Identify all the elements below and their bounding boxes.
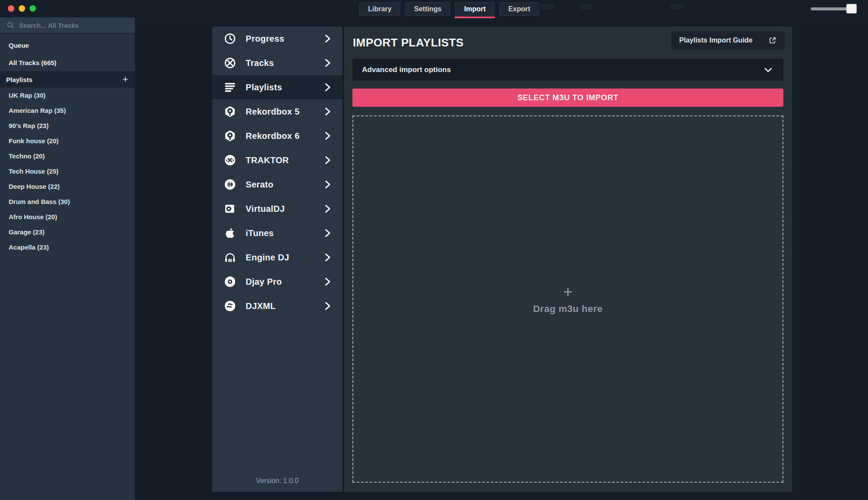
virtualdj-icon <box>223 201 237 216</box>
chevron-right-icon <box>322 227 333 239</box>
progress-icon <box>223 31 237 46</box>
playlists-import-guide-button[interactable]: Playlists Import Guide <box>671 31 785 49</box>
itunes-icon <box>223 226 237 240</box>
tracks-icon <box>223 56 237 70</box>
playlist-item[interactable]: Afro House (20) <box>0 209 135 224</box>
m3u-dropzone[interactable]: + Drag m3u here <box>352 115 783 483</box>
menu-item-label: Progress <box>246 34 284 44</box>
main-tabs: LibrarySettingsImportExport <box>359 2 539 16</box>
zoom-slider[interactable] <box>811 7 857 10</box>
topbar-placeholder <box>537 4 554 10</box>
chevron-right-icon <box>322 155 333 166</box>
chevron-right-icon <box>322 106 333 117</box>
menu-item-djay-pro[interactable]: Djay Pro <box>212 270 342 294</box>
playlist-item[interactable]: UK Rap (30) <box>0 88 135 103</box>
menu-item-rekordbox-6[interactable]: Rekordbox 6 <box>212 124 342 148</box>
menu-item-rekordbox-5[interactable]: Rekordbox 5 <box>212 99 342 124</box>
search-icon <box>6 21 15 30</box>
playlist-item[interactable]: 90's Rap (23) <box>0 118 135 133</box>
title-bar: LibrarySettingsImportExport <box>0 0 868 17</box>
tab-export[interactable]: Export <box>500 2 539 16</box>
tab-import[interactable]: Import <box>455 2 494 16</box>
chevron-right-icon <box>322 276 333 287</box>
chevron-right-icon <box>322 300 333 312</box>
plus-icon: + <box>563 283 572 300</box>
playlist-item[interactable]: Acapella (23) <box>0 240 135 255</box>
chevron-right-icon <box>322 130 333 141</box>
menu-item-engine-dj[interactable]: Engine DJ <box>212 245 342 270</box>
menu-item-virtualdj[interactable]: VirtualDJ <box>212 197 342 221</box>
serato-icon <box>223 177 237 192</box>
menu-item-label: VirtualDJ <box>246 204 285 214</box>
import-playlists-panel: IMPORT PLAYLISTS Playlists Import Guide … <box>344 26 792 492</box>
djxml-icon <box>223 299 237 313</box>
playlist-item[interactable]: Drum and Bass (30) <box>0 194 135 209</box>
maximize-icon[interactable] <box>30 5 36 12</box>
menu-item-playlists[interactable]: Playlists <box>212 75 342 99</box>
chevron-right-icon <box>322 179 333 190</box>
window-controls <box>8 5 36 12</box>
advanced-options-label: Advanced import options <box>362 66 451 74</box>
playlist-item[interactable]: American Rap (35) <box>0 103 135 118</box>
topbar-placeholder <box>580 4 592 10</box>
menu-item-serato[interactable]: Serato <box>212 172 342 197</box>
library-sidebar: Search... All Tracks QueueAll Tracks (66… <box>0 17 136 500</box>
minimize-icon[interactable] <box>19 5 25 12</box>
page-title: IMPORT PLAYLISTS <box>353 36 464 49</box>
menu-item-label: TRAKTOR <box>246 155 289 165</box>
advanced-import-options-toggle[interactable]: Advanced import options <box>352 59 783 81</box>
zoom-slider-thumb[interactable] <box>846 4 857 13</box>
menu-item-label: Playlists <box>246 82 282 92</box>
enginedj-icon <box>223 250 237 265</box>
tab-settings[interactable]: Settings <box>405 2 450 16</box>
menu-item-djxml[interactable]: DJXML <box>212 294 342 318</box>
chevron-right-icon <box>322 33 333 44</box>
traktor-icon <box>223 153 237 168</box>
playlists-icon <box>223 80 237 95</box>
playlist-item[interactable]: Techno (20) <box>0 148 135 164</box>
djaypro-icon <box>223 274 237 289</box>
menu-item-progress[interactable]: Progress <box>212 26 342 51</box>
menu-item-label: DJXML <box>246 301 276 311</box>
menu-item-label: Engine DJ <box>246 253 289 263</box>
menu-item-tracks[interactable]: Tracks <box>212 51 342 75</box>
menu-item-label: iTunes <box>246 228 274 238</box>
chevron-right-icon <box>322 57 333 69</box>
playlists-header-label: Playlists <box>6 76 33 83</box>
select-m3u-button[interactable]: SELECT M3U TO IMPORT <box>352 89 783 107</box>
chevron-right-icon <box>322 82 333 93</box>
menu-item-label: Rekordbox 5 <box>246 107 299 117</box>
tab-library[interactable]: Library <box>359 2 400 16</box>
add-playlist-button[interactable]: + <box>122 75 128 84</box>
search-placeholder: Search... All Tracks <box>19 22 79 29</box>
guide-button-label: Playlists Import Guide <box>679 36 753 44</box>
menu-item-label: Rekordbox 6 <box>246 131 299 141</box>
close-icon[interactable] <box>8 5 14 12</box>
external-link-icon <box>768 36 777 45</box>
topbar-placeholder <box>671 4 683 10</box>
sidebar-item-all[interactable]: All Tracks (665) <box>0 54 135 71</box>
menu-item-label: Tracks <box>246 58 274 68</box>
menu-item-label: Serato <box>246 180 273 190</box>
chevron-down-icon <box>763 64 774 76</box>
search-input[interactable]: Search... All Tracks <box>0 17 135 34</box>
menu-item-traktor[interactable]: TRAKTOR <box>212 148 342 172</box>
playlist-item[interactable]: Tech House (25) <box>0 164 135 179</box>
playlists-section-header: Playlists + <box>0 71 135 88</box>
dropzone-label: Drag m3u here <box>533 303 603 315</box>
rekordbox-icon <box>223 128 237 143</box>
menu-item-label: Djay Pro <box>246 277 282 287</box>
menu-item-itunes[interactable]: iTunes <box>212 221 342 245</box>
chevron-right-icon <box>322 203 333 214</box>
rekordbox-icon <box>223 104 237 119</box>
playlist-item[interactable]: Funk house (20) <box>0 133 135 148</box>
chevron-right-icon <box>322 252 333 263</box>
sidebar-item-queue[interactable]: Queue <box>0 36 135 54</box>
import-source-menu: ProgressTracksPlaylistsRekordbox 5Rekord… <box>212 26 342 492</box>
playlist-item[interactable]: Deep House (22) <box>0 179 135 194</box>
version-label: Version: 1.0.0 <box>212 477 342 485</box>
playlist-item[interactable]: Garage (23) <box>0 224 135 240</box>
